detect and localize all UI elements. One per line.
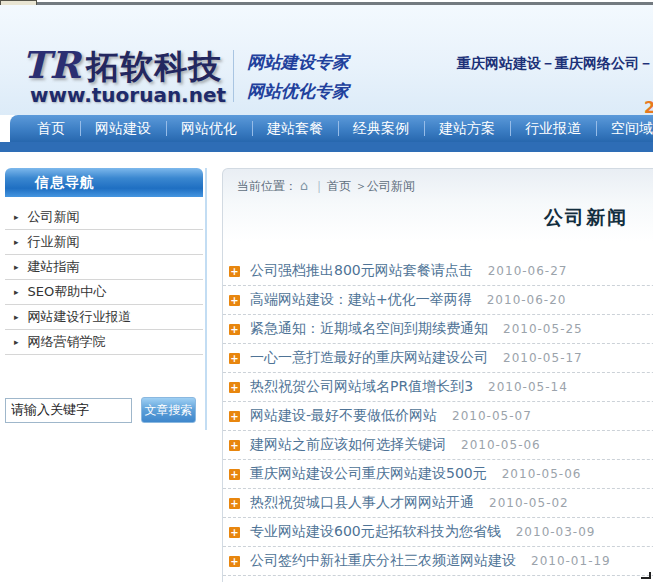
nav-item-label: 网站优化 (181, 120, 237, 136)
news-row: 热烈祝贺公司网站域名PR值增长到3 2010-05-14 (223, 373, 653, 402)
news-date: 2010-05-25 (503, 322, 583, 336)
news-title-link[interactable]: 公司签约中新社重庆分社三农频道网站建设 (250, 552, 516, 570)
nav-item[interactable]: 建站方案 (424, 115, 510, 142)
nav-item[interactable]: 空间域名 (596, 115, 653, 142)
news-row: 紧急通知：近期域名空间到期续费通知 2010-05-25 (223, 315, 653, 344)
plus-icon (229, 469, 240, 480)
news-title-link[interactable]: 专业网站建设600元起拓软科技为您省钱 (250, 523, 501, 541)
logo-website-url[interactable]: www.tuoruan.net (30, 83, 226, 107)
logo-initials: TR (22, 43, 80, 87)
news-date: 2010-05-02 (489, 496, 569, 510)
news-row: 热烈祝贺城口县人事人才网网站开通 2010-05-02 (223, 489, 653, 518)
news-date: 2010-05-06 (502, 467, 582, 481)
news-title-link[interactable]: 网站建设-最好不要做低价网站 (250, 407, 437, 425)
plus-icon (229, 353, 240, 364)
nav-item[interactable]: 建站套餐 (252, 115, 338, 142)
nav-item[interactable]: 首页 (22, 115, 80, 142)
triangle-bullet-icon: ▸ (14, 237, 19, 247)
plus-icon (229, 382, 240, 393)
news-title-link[interactable]: 一心一意打造最好的重庆网站建设公司 (250, 349, 488, 367)
nav-item-label: 行业报道 (525, 120, 581, 136)
news-date: 2010-06-27 (488, 264, 568, 278)
sidebar-menu-item[interactable]: ▸ 网站建设行业报道 (5, 305, 203, 330)
sidebar-item-label: 网络营销学院 (28, 333, 106, 351)
news-title-link[interactable]: 公司强档推出800元网站套餐请点击 (250, 262, 473, 280)
nav-item-label: 网站建设 (95, 120, 151, 136)
sidebar-item-label: 网站建设行业报道 (28, 308, 132, 326)
breadcrumb-prefix: 当前位置： (237, 179, 297, 193)
sidebar-menu-item[interactable]: ▸ SEO帮助中心 (5, 280, 203, 305)
page-title: 公司新闻 (223, 205, 653, 231)
sidebar-item-label: 行业新闻 (28, 233, 80, 251)
tagline-line2: 网站优化专家 (247, 80, 349, 103)
news-title-link[interactable]: 紧急通知：近期域名空间到期续费通知 (250, 320, 488, 338)
news-title-link[interactable]: 重庆网站建设公司重庆网站建设500元 (250, 465, 487, 483)
news-date: 2010-01-19 (531, 554, 611, 568)
nav-item-label: 建站套餐 (267, 120, 323, 136)
sidebar-menu-item[interactable]: ▸ 行业新闻 (5, 230, 203, 255)
news-list: 公司强档推出800元网站套餐请点击 2010-06-27 高端网站建设：建站+优… (223, 257, 653, 576)
nav-item-label: 空间域名 (611, 120, 653, 136)
plus-icon (229, 440, 240, 451)
news-row: 公司签约中新社重庆分社三农频道网站建设 2010-01-19 (223, 547, 653, 576)
triangle-bullet-icon: ▸ (14, 337, 19, 347)
page: TR拓软科技 www.tuoruan.net 网站建设专家 网站优化专家 重庆网… (0, 0, 653, 582)
news-title-link[interactable]: 高端网站建设：建站+优化一举两得 (250, 291, 472, 309)
breadcrumb-separator: ｜ (313, 179, 325, 193)
nav-item[interactable]: 经典案例 (338, 115, 424, 142)
plus-icon (229, 498, 240, 509)
nav-item-label: 建站方案 (439, 120, 495, 136)
sidebar: 信息导航 ▸ 公司新闻 ▸ 行业新闻 ▸ 建站指南 ▸ (5, 168, 203, 355)
header-divider (233, 50, 234, 102)
sidebar-item-label: 建站指南 (28, 258, 80, 276)
triangle-bullet-icon: ▸ (14, 312, 19, 322)
nav-item[interactable]: 网站建设 (80, 115, 166, 142)
plus-icon (229, 295, 240, 306)
news-title-link[interactable]: 热烈祝贺城口县人事人才网网站开通 (250, 494, 474, 512)
news-date: 2010-05-14 (488, 380, 568, 394)
nav-item-label: 经典案例 (353, 120, 409, 136)
nav-item[interactable]: 网站优化 (166, 115, 252, 142)
sidebar-menu: ▸ 公司新闻 ▸ 行业新闻 ▸ 建站指南 ▸ SEO帮助中心 (5, 197, 203, 355)
news-row: 网站建设-最好不要做低价网站 2010-05-07 (223, 402, 653, 431)
news-row: 高端网站建设：建站+优化一举两得 2010-06-20 (223, 286, 653, 315)
triangle-bullet-icon: ▸ (14, 287, 19, 297)
site-header: TR拓软科技 www.tuoruan.net 网站建设专家 网站优化专家 重庆网… (0, 5, 653, 115)
nav-bottom-strip (0, 142, 653, 152)
news-date: 2010-05-07 (452, 409, 532, 423)
plus-icon (229, 527, 240, 538)
news-title-link[interactable]: 热烈祝贺公司网站域名PR值增长到3 (250, 378, 473, 396)
news-row: 专业网站建设600元起拓软科技为您省钱 2010-03-09 (223, 518, 653, 547)
sidebar-menu-item[interactable]: ▸ 建站指南 (5, 255, 203, 280)
news-date: 2010-05-06 (461, 438, 541, 452)
sidebar-right-border (205, 168, 207, 430)
search-button[interactable]: 文章搜索 (141, 397, 196, 423)
breadcrumb-current: ＞公司新闻 (355, 179, 415, 193)
news-title-link[interactable]: 建网站之前应该如何选择关键词 (250, 436, 446, 454)
search-input[interactable] (5, 398, 132, 423)
plus-icon (229, 556, 240, 567)
news-row: 重庆网站建设公司重庆网站建设500元 2010-05-06 (223, 460, 653, 489)
sidebar-item-label: SEO帮助中心 (28, 283, 107, 301)
tagline-line1: 网站建设专家 (247, 51, 349, 74)
plus-icon (229, 324, 240, 335)
main-nav: 首页 网站建设 网站优化 建站套餐 经典案例 建站方案 行业报道 空间域名 (10, 115, 653, 142)
sidebar-item-label: 公司新闻 (28, 208, 80, 226)
sidebar-title: 信息导航 (5, 168, 203, 197)
sidebar-menu-item[interactable]: ▸ 网络营销学院 (5, 330, 203, 355)
breadcrumb-home-link[interactable]: 首页 (327, 179, 351, 193)
home-icon: ⌂ (300, 178, 308, 193)
triangle-bullet-icon: ▸ (14, 212, 19, 222)
news-date: 2010-05-17 (503, 351, 583, 365)
news-row: 建网站之前应该如何选择关键词 2010-05-06 (223, 431, 653, 460)
news-date: 2010-03-09 (516, 525, 596, 539)
nav-item-label: 首页 (37, 120, 65, 136)
nav-item[interactable]: 行业报道 (510, 115, 596, 142)
header-right-text: 重庆网站建设－重庆网络公司－ (457, 55, 653, 73)
logo-company-name: 拓软科技 (86, 47, 222, 86)
article-search: 文章搜索 (5, 397, 196, 423)
corner-artifact (641, 572, 651, 579)
triangle-bullet-icon: ▸ (14, 262, 19, 272)
breadcrumb: 当前位置：⌂｜首页＞公司新闻 (237, 178, 415, 195)
sidebar-menu-item[interactable]: ▸ 公司新闻 (5, 205, 203, 230)
